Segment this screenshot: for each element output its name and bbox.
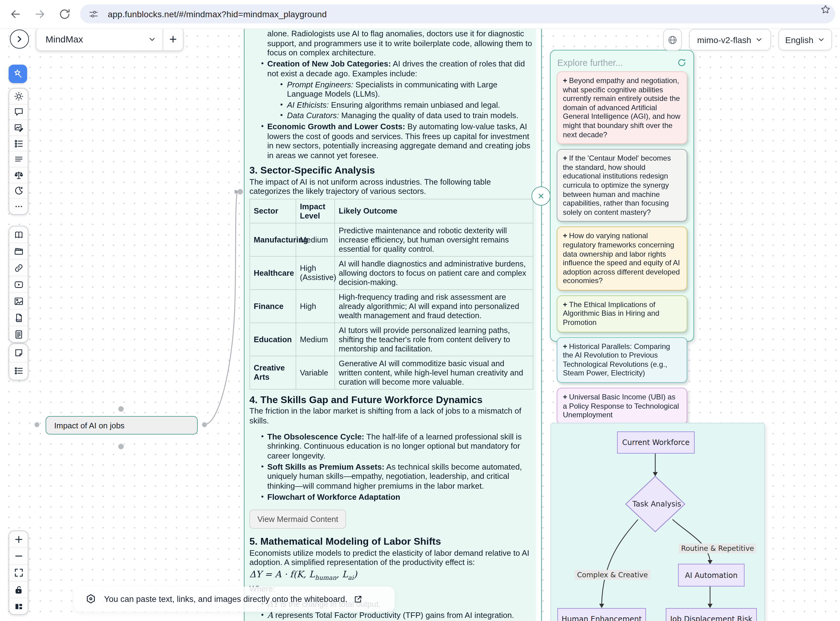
paragraph: alone. Radiologists use AI to flag anoma…	[267, 29, 533, 58]
image-icon[interactable]	[9, 293, 28, 310]
bullet-item: •Soft Skills as Premium Assets: As techn…	[249, 462, 533, 491]
toast-message: You can paste text, links, and images di…	[104, 595, 347, 604]
mindmap-node-label: Impact of AI on jobs	[54, 421, 125, 430]
explore-suggestion-card[interactable]: +Universal Basic Income (UBI) as a Polic…	[557, 388, 687, 425]
explore-suggestion-card[interactable]: +If the 'Centaur Model' becomes the stan…	[557, 149, 687, 221]
table-header-row: SectorImpact LevelLikely Outcome	[250, 199, 533, 223]
close-icon[interactable]	[532, 186, 551, 206]
refresh-icon[interactable]	[677, 58, 687, 68]
moon-stars-icon[interactable]	[9, 183, 28, 199]
ai-wand-tool-button[interactable]	[9, 65, 27, 83]
bullet-item: •Economic Growth and Lower Costs: By aut…	[249, 122, 533, 160]
fit-view-icon[interactable]	[9, 565, 28, 582]
paragraph: Economists utilize models to predict the…	[249, 548, 533, 567]
brightness-icon[interactable]	[9, 89, 28, 105]
explore-suggestion-card[interactable]: +Historical Parallels: Comparing the AI …	[557, 337, 687, 383]
reload-icon[interactable]	[58, 8, 71, 21]
section-heading: 3. Sector-Specific Analysis	[249, 165, 533, 175]
bullet-item: •Flowchart of Workforce Adaptation	[249, 492, 533, 501]
flow-edge-label-complex: Complex & Creative	[574, 570, 650, 580]
document-content: alone. Radiologists use AI to flag anoma…	[249, 28, 533, 621]
language-selector-label: English	[785, 35, 814, 45]
bullet-item: •The Obsolescence Cycle: The half-life o…	[249, 432, 533, 460]
forward-icon[interactable]	[33, 8, 47, 21]
link-icon[interactable]	[9, 260, 28, 276]
text-lines-icon[interactable]	[9, 152, 28, 167]
add-board-button[interactable]: +	[163, 28, 183, 50]
bullet-item: •Data Curators: Managing the quality of …	[249, 111, 533, 120]
flowchart-card[interactable]: Current Workforce Task Analysis Complex …	[551, 423, 765, 621]
math-formula: ΔY = A · f(K, Lhuman, Lai)	[249, 570, 533, 582]
bullet-item: •Prompt Engineers: Specialists in commun…	[249, 80, 533, 99]
pdf-icon[interactable]: PDF	[9, 310, 28, 326]
clapperboard-icon[interactable]	[9, 243, 28, 260]
zoom-in-icon[interactable]	[9, 531, 28, 548]
document-icon[interactable]	[9, 326, 28, 342]
view-mermaid-button[interactable]: View Mermaid Content	[249, 509, 346, 529]
flow-edge-label-routine: Routine & Repetitive	[679, 544, 756, 553]
section-heading: 5. Mathematical Modeling of Labor Shifts	[249, 537, 533, 546]
more-ellipsis-icon[interactable]	[9, 199, 28, 214]
unlock-icon[interactable]	[9, 582, 28, 598]
node-handle-right[interactable]	[202, 422, 207, 427]
layout-icon[interactable]	[9, 598, 28, 615]
app-window: app.funblocks.net/#/mindmax?hid=mindmax_…	[0, 0, 840, 621]
image-edit-icon[interactable]	[9, 120, 28, 136]
section-heading: 4. The Skills Gap and Future Workforce D…	[249, 395, 533, 404]
board-selector-label: MindMax	[46, 34, 148, 44]
url-text[interactable]: app.funblocks.net/#/mindmax?hid=mindmax_…	[108, 9, 327, 19]
explore-further-panel: Explore further... +Beyond empathy and n…	[550, 50, 694, 342]
table-row: ManufacturingMediumPredictive maintenanc…	[250, 223, 533, 256]
explore-suggestion-card[interactable]: +Beyond empathy and negotiation, what sp…	[557, 71, 687, 144]
explore-suggestion-card[interactable]: +How do varying national regulatory fram…	[557, 227, 687, 291]
document-card[interactable]: alone. Radiologists use AI to flag anoma…	[244, 24, 542, 621]
video-icon[interactable]	[9, 276, 28, 293]
paragraph: The friction in the labor market is shif…	[249, 406, 533, 425]
table-row: HealthcareHigh (Assistive)AI will handle…	[250, 256, 533, 289]
balance-scales-icon[interactable]	[9, 167, 28, 183]
explore-suggestion-card[interactable]: +The Ethical Implications of Algorithmic…	[557, 295, 687, 332]
notes-rail	[9, 344, 28, 380]
bullet-item: •AI Ethicists: Ensuring algorithms remai…	[249, 100, 533, 109]
model-selector[interactable]: mimo-v2-flash	[689, 29, 771, 50]
zoom-out-icon[interactable]	[9, 548, 28, 565]
flow-node-task-analysis: Task Analysis	[632, 500, 681, 508]
site-settings-icon[interactable]	[88, 8, 99, 20]
svg-text:PDF: PDF	[15, 318, 21, 321]
language-selector[interactable]: English	[778, 29, 832, 50]
table-row: FinanceHighHigh-frequency trading and ri…	[250, 289, 533, 323]
expand-sidebar-button[interactable]	[10, 30, 29, 48]
todo-list-icon[interactable]	[9, 136, 28, 152]
external-link-icon[interactable]	[354, 595, 363, 604]
explore-panel-title: Explore further...	[557, 58, 677, 68]
paragraph: The impact of AI is not uniform across i…	[249, 177, 533, 196]
media-rail: PDF	[9, 226, 28, 343]
tools-rail	[9, 88, 28, 215]
sector-table: SectorImpact LevelLikely Outcome Manufac…	[249, 198, 533, 389]
flow-node-ai-automation: AI Automation	[678, 564, 744, 586]
comment-icon[interactable]	[9, 105, 28, 120]
globe-button[interactable]	[663, 29, 682, 50]
node-handle-bottom[interactable]	[118, 444, 124, 449]
bullet-item: •A represents Total Factor Productivity …	[249, 610, 533, 620]
paste-hint-toast: You can paste text, links, and images di…	[74, 586, 395, 612]
paste-badge-icon	[85, 593, 97, 605]
browser-chrome: app.funblocks.net/#/mindmax?hid=mindmax_…	[0, 0, 840, 29]
node-handle-top[interactable]	[118, 406, 124, 412]
mindmap-node[interactable]: Impact of AI on jobs	[46, 416, 198, 435]
board-selector[interactable]: MindMax +	[36, 27, 184, 51]
document-scrollbar[interactable]	[536, 25, 540, 621]
zoom-rail	[9, 530, 28, 615]
url-bar[interactable]: app.funblocks.net/#/mindmax?hid=mindmax_…	[80, 4, 835, 23]
bookmark-star-icon[interactable]	[820, 4, 831, 15]
flow-node-human-enhancement: Human Enhancement	[557, 608, 646, 621]
back-icon[interactable]	[9, 8, 22, 21]
outline-list-icon[interactable]	[9, 362, 28, 380]
sticky-note-icon[interactable]	[9, 344, 28, 362]
chevron-down-icon	[148, 35, 156, 43]
bullet-item: •Creation of New Job Categories: AI driv…	[249, 59, 533, 78]
table-row: EducationMediumAI tutors will provide pe…	[250, 323, 533, 356]
node-handle-left[interactable]	[35, 422, 39, 427]
book-icon[interactable]	[9, 227, 28, 243]
chevron-down-icon	[755, 36, 763, 44]
